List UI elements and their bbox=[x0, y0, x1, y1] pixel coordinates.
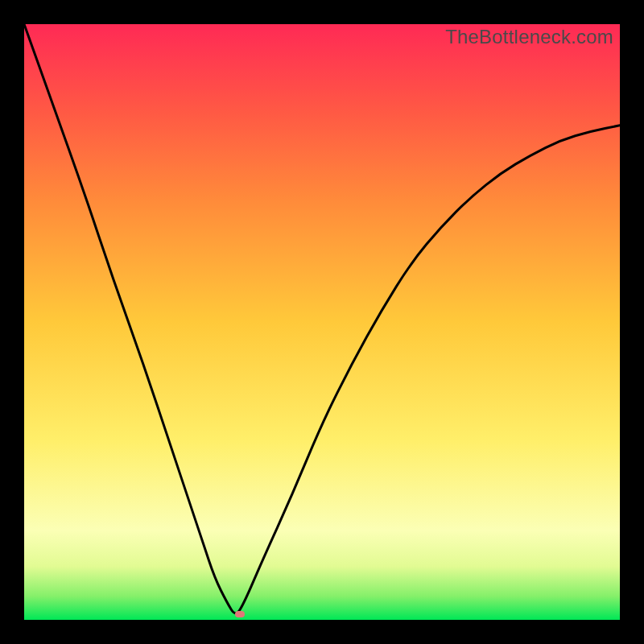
optimum-marker bbox=[235, 611, 245, 617]
chart-frame: TheBottleneck.com bbox=[0, 0, 644, 644]
bottleneck-curve bbox=[24, 24, 620, 620]
plot-area: TheBottleneck.com bbox=[24, 24, 620, 620]
